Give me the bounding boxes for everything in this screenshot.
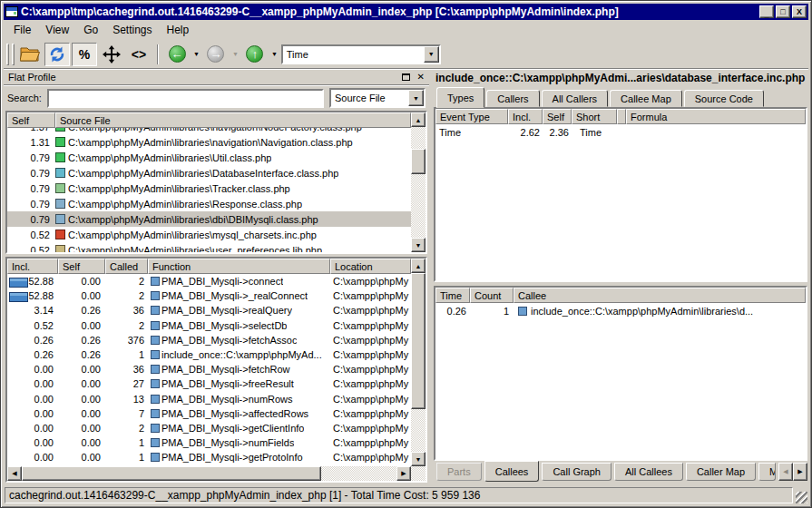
tab-callees[interactable]: Callees [484, 461, 540, 482]
function-row[interactable]: 0.000.007PMA_DBI_Mysqli->affectedRowsC:\… [7, 406, 411, 421]
tab-caller-map[interactable]: Caller Map [686, 463, 756, 481]
source-file-row[interactable]: 0.79C:\xampp\phpMyAdmin\libraries\Databa… [7, 165, 411, 181]
toolbar-handle[interactable] [12, 44, 15, 65]
function-cell[interactable]: PMA_DBI_Mysqli->_realConnect [148, 290, 330, 301]
function-row[interactable]: 0.520.002PMA_DBI_Mysqli->selectDbC:\xamp… [7, 318, 411, 333]
column-header[interactable]: Time [435, 288, 470, 303]
scroll-down-icon[interactable]: ▼ [411, 452, 426, 466]
menu-item-help[interactable]: Help [160, 22, 197, 38]
function-table-vscrollbar[interactable]: ▲ ▼ [411, 259, 426, 466]
relative-cost-button[interactable]: <> [126, 43, 152, 66]
source-list-vscrollbar[interactable]: ▲ ▼ [411, 112, 426, 252]
back-dropdown-caret[interactable]: ▼ [193, 51, 200, 57]
up-button[interactable]: ↑ [242, 43, 268, 66]
expand-areas-button[interactable] [99, 43, 124, 66]
column-header[interactable]: Callee [514, 288, 806, 303]
tab-callers[interactable]: Callers [486, 90, 539, 107]
dropdown-arrow-icon[interactable]: ▼ [424, 46, 439, 63]
source-file-row[interactable]: 0.79C:\xampp\phpMyAdmin\libraries\Tracke… [7, 181, 411, 196]
tab-source-code[interactable]: Source Code [684, 90, 764, 107]
column-header[interactable]: Called [105, 259, 148, 274]
function-row[interactable]: 0.000.001PMA_DBI_Mysqli->numFieldsC:\xam… [7, 435, 411, 450]
column-header[interactable]: Function [148, 259, 330, 274]
function-cell[interactable]: PMA_DBI_Mysqli->realQuery [148, 305, 330, 316]
function-cell[interactable]: PMA_DBI_Mysqli->freeResult [148, 378, 330, 389]
function-row[interactable]: 0.000.0027PMA_DBI_Mysqli->freeResultC:\x… [7, 376, 411, 391]
close-dock-icon[interactable]: ✕ [417, 73, 425, 82]
tab-all-callers[interactable]: All Callers [542, 90, 609, 107]
scroll-down-icon[interactable]: ▼ [411, 238, 426, 252]
source-file-row[interactable]: 0.79C:\xampp\phpMyAdmin\libraries\dbi\DB… [7, 211, 411, 227]
column-header[interactable] [617, 109, 626, 124]
cycle-detection-button[interactable] [44, 43, 70, 66]
grouping-select[interactable]: Source File ▼ [329, 88, 426, 108]
float-dock-icon[interactable] [402, 73, 410, 81]
open-file-button[interactable] [17, 43, 43, 66]
scrollbar-thumb[interactable] [22, 466, 321, 481]
tab-call-graph[interactable]: Call Graph [542, 463, 611, 481]
tab-scroll-left-icon[interactable]: ◀ [778, 463, 793, 481]
column-header[interactable]: Source File [55, 112, 411, 128]
maximize-button[interactable]: □ [776, 5, 790, 18]
source-file-row[interactable]: 1.37C:\xampp\phpMyAdmin\libraries\naviga… [7, 128, 411, 134]
column-header[interactable]: Self [7, 112, 55, 128]
column-header[interactable]: Event Type [435, 109, 508, 124]
event-type-select[interactable]: Time ▼ [281, 44, 441, 64]
source-file-row[interactable]: 0.52C:\xampp\phpMyAdmin\libraries\user_p… [7, 242, 411, 252]
column-header[interactable]: Incl. [508, 109, 543, 124]
scrollbar-thumb[interactable] [411, 273, 426, 409]
callee-cell[interactable]: include_once::C:\xampp\phpMyAdmin\librar… [514, 306, 806, 317]
menu-item-go[interactable]: Go [76, 22, 105, 38]
function-row[interactable]: 0.000.0036PMA_DBI_Mysqli->fetchRowC:\xam… [7, 362, 411, 376]
function-row[interactable]: 0.260.261include_once::C:\xampp\phpMyAd.… [7, 347, 411, 362]
function-row[interactable]: 0.260.26376PMA_DBI_Mysqli->fetchAssocC:\… [7, 333, 411, 347]
up-dropdown-caret[interactable]: ▼ [271, 51, 278, 57]
forward-dropdown-caret[interactable]: ▼ [232, 51, 239, 57]
search-input[interactable] [47, 89, 324, 108]
column-header[interactable]: Formula [626, 109, 806, 124]
column-header[interactable]: Self [543, 109, 572, 124]
function-cell[interactable]: PMA_DBI_Mysqli->fetchAssoc [148, 335, 330, 346]
function-cell[interactable]: PMA_DBI_Mysqli->getClientInfo [148, 423, 330, 434]
function-cell[interactable]: PMA_DBI_Mysqli->numFields [148, 437, 330, 448]
column-header[interactable]: Self [58, 259, 105, 274]
scrollbar-thumb[interactable] [411, 149, 426, 174]
function-row[interactable]: 0.000.001PMA_DBI_Mysqli->getProtoInfoC:\… [7, 450, 411, 464]
source-file-row[interactable]: 0.79C:\xampp\phpMyAdmin\libraries\Respon… [7, 196, 411, 211]
minimize-button[interactable]: _ [759, 5, 774, 18]
percentage-button[interactable]: % [72, 43, 97, 66]
column-header[interactable]: Short [572, 109, 617, 124]
back-button[interactable]: ← [164, 43, 190, 66]
tab-callee-map[interactable]: Callee Map [610, 90, 682, 107]
function-cell[interactable]: PMA_DBI_Mysqli->getProtoInfo [148, 452, 330, 463]
column-header[interactable]: Count [470, 288, 514, 303]
scroll-left-icon[interactable]: ◀ [7, 466, 22, 481]
function-cell[interactable]: PMA_DBI_Mysqli->numRows [148, 394, 330, 405]
function-cell[interactable]: PMA_DBI_Mysqli->selectDb [148, 320, 330, 331]
column-header[interactable]: Location [330, 259, 411, 274]
menu-item-view[interactable]: View [38, 22, 76, 38]
resize-grip-icon[interactable] [796, 492, 807, 503]
menu-item-settings[interactable]: Settings [105, 22, 159, 38]
function-row[interactable]: 52.880.002PMA_DBI_Mysqli->_realConnectC:… [7, 288, 411, 303]
scroll-up-icon[interactable]: ▲ [411, 112, 426, 127]
close-button[interactable]: X [792, 5, 807, 18]
dropdown-arrow-icon[interactable]: ▼ [408, 90, 424, 106]
function-row[interactable]: 0.000.0013PMA_DBI_Mysqli->numRowsC:\xamp… [7, 392, 411, 406]
function-cell[interactable]: include_once::C:\xampp\phpMyAd... [148, 349, 330, 360]
column-header[interactable]: Incl. [7, 259, 58, 274]
event-type-row[interactable]: Time2.622.36Time [435, 124, 806, 140]
function-cell[interactable]: PMA_DBI_Mysqli->affectedRows [148, 408, 330, 419]
scroll-right-icon[interactable]: ▶ [396, 466, 411, 481]
toolbar-handle[interactable] [6, 44, 9, 65]
function-row[interactable]: 3.140.2636PMA_DBI_Mysqli->realQueryC:\xa… [7, 303, 411, 318]
source-file-row[interactable]: 0.79C:\xampp\phpMyAdmin\libraries\Util.c… [7, 150, 411, 165]
source-file-row[interactable]: 0.52C:\xampp\phpMyAdmin\libraries\mysql_… [7, 227, 411, 242]
tab-scroll-right-icon[interactable]: ▶ [793, 463, 807, 481]
tab-machine[interactable]: Machine [758, 463, 776, 481]
function-row[interactable]: 52.880.002PMA_DBI_Mysqli->connectC:\xamp… [7, 274, 411, 288]
scroll-up-icon[interactable]: ▲ [411, 259, 426, 273]
tab-types[interactable]: Types [436, 87, 484, 108]
source-file-row[interactable]: 1.31C:\xampp\phpMyAdmin\libraries\naviga… [7, 134, 411, 150]
menu-item-file[interactable]: File [6, 22, 38, 38]
